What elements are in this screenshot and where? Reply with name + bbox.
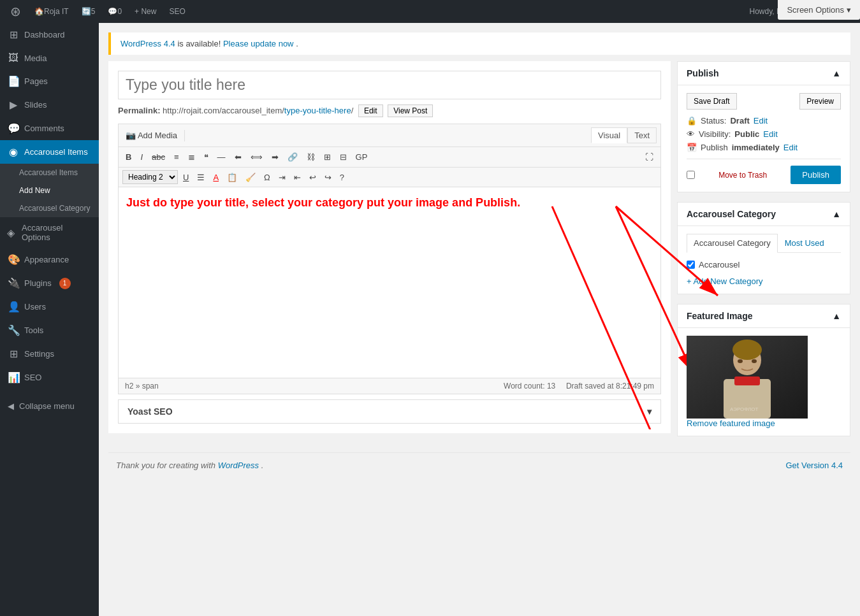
clear-btn[interactable]: 🧹 [242, 171, 259, 184]
collapse-menu-btn[interactable]: ◀ Collapse menu [0, 396, 99, 417]
sidebar-item-accarousel[interactable]: ◉ Accarousel Items [0, 140, 99, 164]
sidebar-item-slides[interactable]: ▶ Slides [0, 93, 99, 117]
wp-version-link[interactable]: WordPress 4.4 [120, 39, 175, 48]
link-btn[interactable]: 🔗 [284, 150, 301, 164]
adminbar-comments[interactable]: 💬 0 [101, 0, 128, 23]
redo-btn[interactable]: ↪ [321, 171, 335, 184]
submenu-accarousel-items[interactable]: Accarousel Items [0, 164, 99, 182]
sidebar: ⊞ Dashboard 🖼 Media 📄 Pages ▶ Slides 💬 C… [0, 23, 99, 616]
preview-btn[interactable]: Preview [799, 93, 841, 110]
users-icon: 👤 [8, 301, 19, 313]
editor-wrap: Permalink: http://rojait.com/accarousel_… [108, 61, 850, 446]
align-right-btn[interactable]: ➡ [268, 150, 282, 164]
publish-status-row: 🔒 Status: Draft Edit [687, 116, 841, 125]
table-btn[interactable]: ⊟ [337, 150, 350, 164]
unlink-btn[interactable]: ⛓ [303, 150, 318, 164]
admin-bar-items: 🏠 Roja IT 🔄 5 💬 0 + New SEO [28, 0, 750, 23]
submenu-accarousel-category[interactable]: Accarousel Category [0, 199, 99, 217]
adminbar-new[interactable]: + New [128, 0, 163, 23]
post-title-input[interactable] [118, 71, 661, 99]
screen-options-button[interactable]: Screen Options ▾ [778, 0, 860, 20]
permalink-label: Permalink: [118, 106, 160, 115]
sidebar-item-media[interactable]: 🖼 Media [0, 47, 99, 69]
ol-btn[interactable]: ≣ [185, 150, 198, 164]
tab-text[interactable]: Text [627, 127, 657, 143]
format-select[interactable]: Heading 2 Heading 1 Heading 3 Paragraph [122, 170, 178, 184]
tab-visual[interactable]: Visual [591, 127, 627, 143]
sidebar-item-comments[interactable]: 💬 Comments [0, 117, 99, 140]
indent-btn[interactable]: ⇥ [275, 171, 289, 184]
insert-btn[interactable]: ⊞ [321, 150, 334, 164]
status-edit-link[interactable]: Edit [754, 116, 768, 125]
footer-version-link[interactable]: Get Version 4.4 [785, 461, 843, 470]
sidebar-item-seo[interactable]: 📊 SEO [0, 366, 99, 389]
permalink-edit-btn[interactable]: Edit [358, 104, 383, 117]
sidebar-item-plugins[interactable]: 🔌 Plugins 1 [0, 271, 99, 295]
yoast-toggle[interactable]: Yoast SEO ▾ [119, 400, 660, 423]
strikethrough-btn[interactable]: abc [149, 150, 168, 164]
move-to-trash-link[interactable]: Move to Trash [718, 171, 767, 180]
tab-most-used[interactable]: Most Used [778, 234, 831, 252]
hr-btn[interactable]: — [214, 150, 229, 164]
calendar-icon: 📅 [687, 143, 697, 152]
remove-featured-image-link[interactable]: Remove featured image [687, 419, 775, 428]
accarousel-checkbox[interactable] [687, 261, 695, 269]
featured-image-preview[interactable]: АЭРОФЛОТ [687, 336, 808, 419]
adminbar-site[interactable]: 🏠 Roja IT [28, 0, 75, 23]
permalink-slug[interactable]: type-you-title-here [284, 106, 351, 115]
align-left-btn[interactable]: ⬅ [231, 150, 245, 164]
editor-toolbar-row2: Heading 2 Heading 1 Heading 3 Paragraph … [118, 168, 661, 187]
view-post-btn[interactable]: View Post [388, 104, 433, 117]
outdent-btn[interactable]: ⇤ [291, 171, 304, 184]
tab-all-categories[interactable]: Accarousel Category [687, 234, 778, 253]
sidebar-item-tools[interactable]: 🔧 Tools [0, 319, 99, 342]
editor-body[interactable]: Just do type your title, select your cat… [118, 187, 661, 378]
category-collapse-icon[interactable]: ▲ [832, 209, 841, 219]
publish-checkbox[interactable] [687, 171, 695, 179]
blockquote-btn[interactable]: ❝ [201, 150, 212, 164]
footer-left: Thank you for creating with WordPress . [116, 461, 263, 470]
update-link[interactable]: Please update now [223, 39, 294, 48]
sidebar-item-appearance[interactable]: 🎨 Appearance [0, 248, 99, 271]
accarousel-options-icon: ◈ [5, 227, 17, 239]
featured-image-body: АЭРОФЛОТ Remove featured image [678, 328, 850, 436]
adminbar-seo[interactable]: SEO [163, 0, 191, 23]
undo-btn[interactable]: ↩ [306, 171, 319, 184]
publish-time-edit-link[interactable]: Edit [783, 143, 798, 152]
sidebar-item-dashboard[interactable]: ⊞ Dashboard [0, 23, 99, 47]
category-item-accarousel: Accarousel [687, 258, 841, 271]
update-notice: WordPress 4.4 is available! Please updat… [108, 32, 850, 55]
fullscreen-btn[interactable]: ⛶ [642, 150, 657, 164]
ul-btn[interactable]: ≡ [171, 150, 182, 164]
bold-btn[interactable]: B [122, 150, 135, 164]
align-center-btn[interactable]: ⟺ [247, 150, 266, 164]
underline-btn[interactable]: U [180, 171, 192, 184]
media-icon: 🖼 [8, 52, 19, 64]
help-btn[interactable]: ? [337, 171, 347, 184]
special-char-btn[interactable]: Ω [261, 171, 273, 184]
visibility-edit-link[interactable]: Edit [763, 129, 777, 139]
wp-logo-icon[interactable]: ⊛ [6, 0, 24, 23]
publish-btn[interactable]: Publish [791, 166, 841, 184]
submenu-add-new[interactable]: Add New [0, 182, 99, 199]
font-color-btn[interactable]: A [210, 171, 222, 184]
publish-collapse-icon[interactable]: ▲ [832, 68, 841, 78]
featured-image-svg: АЭРОФЛОТ [687, 336, 808, 419]
sidebar-item-settings[interactable]: ⊞ Settings [0, 342, 99, 366]
sidebar-item-users[interactable]: 👤 Users [0, 295, 99, 319]
add-new-category-link[interactable]: + Add New Category [687, 276, 841, 286]
adminbar-updates[interactable]: 🔄 5 [75, 0, 102, 23]
visibility-icon: 👁 [687, 129, 695, 139]
featured-image-collapse-icon[interactable]: ▲ [832, 311, 841, 321]
italic-btn[interactable]: I [137, 150, 146, 164]
sidebar-item-pages[interactable]: 📄 Pages [0, 69, 99, 93]
justify-btn[interactable]: ☰ [194, 171, 208, 184]
save-draft-btn[interactable]: Save Draft [687, 93, 737, 110]
wp-more-btn[interactable]: GP [353, 150, 371, 164]
sidebar-item-accarousel-options[interactable]: ◈ Accarousel Options [0, 217, 99, 248]
screen-options-arrow-icon: ▾ [847, 5, 851, 15]
add-media-btn[interactable]: 📷 Add Media [122, 129, 180, 142]
editor-toolbar-format: B I abc ≡ ≣ ❝ — ⬅ ⟺ ➡ 🔗 ⛓ ⊞ ⊟ G [118, 147, 661, 168]
paste-btn[interactable]: 📋 [224, 171, 240, 184]
footer-wp-link[interactable]: WordPress [218, 461, 259, 470]
